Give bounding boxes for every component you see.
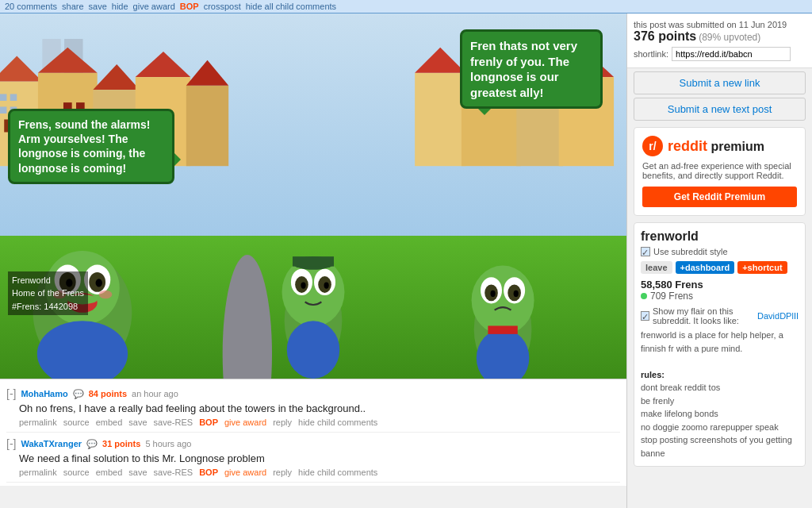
shortlink-label: shortlink: bbox=[634, 49, 668, 59]
svg-marker-11 bbox=[186, 60, 228, 86]
comment-icon: 💬 bbox=[86, 439, 98, 449]
action-hide-children[interactable]: hide child comments bbox=[298, 468, 377, 477]
action-bop[interactable]: BOP bbox=[199, 418, 218, 427]
style-checkbox[interactable]: ✓ bbox=[641, 247, 650, 256]
frenworld-line1: Frenworld bbox=[12, 274, 84, 287]
action-hide-comments[interactable]: hide all child comments bbox=[246, 2, 336, 11]
online-count: 709 Frens bbox=[641, 291, 799, 302]
submit-text-button[interactable]: Submit a new text post bbox=[634, 98, 806, 121]
premium-header: r/ reddit premium bbox=[642, 136, 797, 156]
frens-count: 58,580 Frens bbox=[641, 279, 799, 291]
svg-rect-60 bbox=[488, 325, 517, 333]
comment-username[interactable]: MohaHamo bbox=[21, 389, 67, 398]
action-comments[interactable]: 20 comments bbox=[5, 2, 57, 11]
comment-username[interactable]: WakaTXranger bbox=[21, 439, 82, 448]
leave-button[interactable]: leave bbox=[641, 261, 672, 274]
svg-point-52 bbox=[472, 266, 534, 335]
action-permalink[interactable]: permalink bbox=[19, 468, 57, 477]
post-area: Fren thats not very frenly of you. The l… bbox=[0, 13, 626, 508]
action-hide-children[interactable]: hide child comments bbox=[298, 418, 377, 427]
sidebar: this post was submitted on 11 Jun 2019 3… bbox=[626, 13, 812, 508]
comment-body: We need a final solution to this Mr. Lon… bbox=[19, 452, 620, 464]
comment-icon: 💬 bbox=[73, 389, 84, 399]
comment-actions: permalink source embed save save-RES BOP… bbox=[19, 418, 620, 427]
comment-header: [-] MohaHamo 💬 84 points an hour ago bbox=[6, 387, 620, 400]
action-embed[interactable]: embed bbox=[96, 468, 123, 477]
action-save[interactable]: save bbox=[128, 468, 147, 477]
premium-title: reddit premium bbox=[668, 138, 764, 155]
svg-marker-7 bbox=[93, 64, 140, 90]
svg-point-63 bbox=[223, 255, 272, 379]
comment-toggle[interactable]: [-] bbox=[6, 387, 16, 400]
action-bop[interactable]: BOP bbox=[180, 2, 199, 11]
top-action-bar: 20 comments share save hide give award B… bbox=[0, 0, 812, 13]
svg-rect-20 bbox=[0, 94, 6, 101]
svg-marker-3 bbox=[0, 56, 42, 81]
subreddit-name: frenworld bbox=[641, 229, 799, 244]
svg-rect-50 bbox=[293, 256, 334, 266]
action-save[interactable]: save bbox=[128, 418, 147, 427]
action-embed[interactable]: embed bbox=[96, 418, 123, 427]
online-dot bbox=[641, 293, 647, 299]
premium-box: r/ reddit premium Get an ad-free experie… bbox=[634, 127, 806, 216]
action-bop[interactable]: BOP bbox=[199, 468, 218, 477]
action-source[interactable]: source bbox=[63, 468, 90, 477]
main-content: Fren thats not very frenly of you. The l… bbox=[0, 13, 812, 508]
svg-rect-22 bbox=[0, 106, 6, 114]
flair-username[interactable]: DavidDPlII bbox=[757, 311, 799, 321]
action-source[interactable]: source bbox=[63, 418, 90, 427]
action-crosspost[interactable]: crosspost bbox=[204, 2, 241, 11]
svg-point-46 bbox=[301, 282, 305, 288]
svg-rect-12 bbox=[415, 73, 465, 166]
speech-bubble-left: Frens, sound the alarms! Arm yourselves!… bbox=[8, 109, 174, 184]
svg-rect-21 bbox=[10, 94, 17, 101]
flair-row: ✓ Show my flair on this subreddit. It lo… bbox=[641, 306, 799, 325]
submit-link-button[interactable]: Submit a new link bbox=[634, 71, 806, 94]
get-premium-button[interactable]: Get Reddit Premium bbox=[642, 187, 797, 207]
comment-points: 31 points bbox=[102, 439, 140, 448]
action-give-award[interactable]: give award bbox=[224, 418, 266, 427]
dashboard-button[interactable]: +dashboard bbox=[676, 261, 735, 274]
svg-point-39 bbox=[99, 291, 113, 298]
svg-marker-9 bbox=[136, 52, 190, 77]
svg-point-34 bbox=[96, 279, 102, 287]
comment-points: 84 points bbox=[89, 389, 127, 398]
action-hide[interactable]: hide bbox=[112, 2, 128, 11]
comments-section: [-] MohaHamo 💬 84 points an hour ago Oh … bbox=[0, 379, 626, 486]
action-save-res[interactable]: save-RES bbox=[154, 418, 193, 427]
frenworld-line3: #Frens: 1442098 bbox=[12, 300, 84, 314]
comment-toggle[interactable]: [-] bbox=[6, 437, 16, 450]
comment-item: [-] WakaTXranger 💬 31 points 5 hours ago… bbox=[6, 433, 620, 483]
pepe-frogs-svg bbox=[0, 160, 626, 379]
subreddit-style-row: ✓ Use subreddit style bbox=[641, 247, 799, 256]
svg-marker-13 bbox=[415, 48, 465, 73]
comment-item: [-] MohaHamo 💬 84 points an hour ago Oh … bbox=[6, 383, 620, 433]
post-meta: this post was submitted on 11 Jun 2019 3… bbox=[627, 13, 812, 68]
action-share[interactable]: share bbox=[62, 2, 84, 11]
comment-time: 5 hours ago bbox=[145, 439, 191, 448]
comment-body: Oh no frens, I have a really bad feeling… bbox=[19, 402, 620, 414]
svg-point-47 bbox=[324, 282, 329, 288]
flair-checkbox[interactable]: ✓ bbox=[641, 311, 649, 321]
action-reply[interactable]: reply bbox=[273, 418, 292, 427]
action-save[interactable]: save bbox=[89, 2, 107, 11]
action-save-res[interactable]: save-RES bbox=[154, 468, 193, 477]
shortlink-input[interactable] bbox=[672, 47, 791, 61]
premium-description: Get an ad-free experience with special b… bbox=[642, 161, 797, 180]
meme-image: Fren thats not very frenly of you. The l… bbox=[0, 13, 626, 379]
post-upvote-pct: (89% upvoted) bbox=[699, 32, 760, 43]
action-permalink[interactable]: permalink bbox=[19, 418, 57, 427]
shortcut-button[interactable]: +shortcut bbox=[737, 261, 787, 274]
subreddit-description: frenworld is a place for help helper, a … bbox=[641, 329, 799, 460]
flair-label: Show my flair on this subreddit. It look… bbox=[653, 306, 754, 325]
svg-point-58 bbox=[514, 291, 519, 297]
svg-rect-10 bbox=[186, 86, 228, 166]
shortlink-row: shortlink: bbox=[634, 47, 806, 61]
style-label: Use subreddit style bbox=[653, 247, 728, 256]
comment-actions: permalink source embed save save-RES BOP… bbox=[19, 468, 620, 477]
action-give-award[interactable]: give award bbox=[133, 2, 175, 11]
subreddit-info: frenworld ✓ Use subreddit style leave +d… bbox=[634, 222, 806, 467]
action-reply[interactable]: reply bbox=[273, 468, 292, 477]
action-give-award[interactable]: give award bbox=[224, 468, 266, 477]
frenworld-label: Frenworld Home of the Frens #Frens: 1442… bbox=[8, 271, 88, 316]
